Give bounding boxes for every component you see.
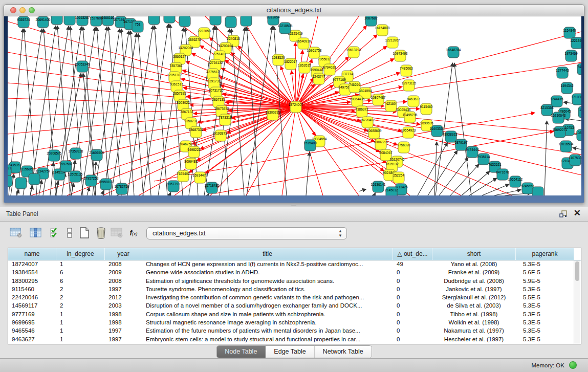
- table-row[interactable]: 1872400712008Changes of HCN gene express…: [8, 260, 581, 269]
- graph-node-label: 2084067: [379, 151, 393, 155]
- network-window-title: citations_edges.txt: [4, 6, 584, 14]
- column-header-year[interactable]: year: [105, 248, 142, 260]
- row-height-button[interactable]: [63, 226, 76, 239]
- graph-node-label: 18673933: [214, 107, 229, 111]
- tab-node-table[interactable]: Node Table: [216, 346, 266, 358]
- graph-edge: [306, 152, 310, 195]
- graph-node-label: 2751481: [213, 52, 226, 56]
- show-columns-button[interactable]: [29, 226, 42, 239]
- tab-edge-table[interactable]: Edge Table: [266, 346, 314, 358]
- cell-name: 9463627: [8, 336, 56, 344]
- graph-node-label: 9474444: [466, 148, 479, 151]
- graph-edge: [143, 24, 168, 195]
- graph-node[interactable]: [241, 16, 252, 26]
- graph-node-label: 10731735: [209, 89, 224, 92]
- table-row[interactable]: 977716911998Corpus callosum shape and si…: [8, 311, 581, 319]
- graph-edge: [70, 26, 83, 195]
- function-builder-button[interactable]: f(x): [127, 226, 140, 239]
- table-row[interactable]: 1830029562008Estimation of significance …: [8, 277, 581, 286]
- graph-node-label: 10653287: [75, 16, 90, 19]
- graph-node[interactable]: [164, 16, 175, 23]
- cell-out_de: 0: [393, 277, 432, 286]
- graph-node-label: 14200464: [219, 44, 233, 48]
- cell-out_de: 0: [393, 269, 432, 277]
- graph-edge: [295, 42, 296, 107]
- memory-ok-icon[interactable]: [569, 361, 577, 369]
- column-header-short[interactable]: short: [432, 248, 516, 260]
- graph-edge: [118, 194, 118, 195]
- table-scrollbar-track[interactable]: [574, 260, 580, 344]
- network-window: citations_edges.txt 18724007222305838952…: [4, 4, 584, 203]
- graph-node-label: 14202064: [179, 46, 193, 50]
- delete-column-button[interactable]: [94, 226, 107, 239]
- graph-node-label: 1527602: [90, 16, 103, 20]
- column-header-name[interactable]: name: [8, 248, 56, 260]
- graph-node-label: 7386372: [355, 107, 368, 111]
- column-header-in_degree[interactable]: in_degree: [56, 248, 105, 260]
- table-scrollbar-thumb[interactable]: [575, 261, 579, 281]
- table-settings-button[interactable]: [9, 226, 23, 239]
- float-window-icon[interactable]: [559, 210, 568, 218]
- graph-edge: [155, 26, 167, 195]
- graph-edge: [462, 171, 490, 195]
- combobox-stepper-icon: ▲▼: [338, 229, 342, 238]
- graph-node[interactable]: [51, 16, 62, 25]
- table-row[interactable]: 1938455462009Genome-wide association stu…: [8, 269, 581, 277]
- graph-node-label: 13505135: [68, 172, 83, 176]
- cell-pagerank: 5.6E-5: [516, 269, 574, 277]
- graph-node-label: 16782759: [115, 185, 129, 188]
- graph-node-label: 9115460: [420, 105, 433, 108]
- cell-title: Estimation of significance thresholds fo…: [142, 277, 393, 286]
- graph-node[interactable]: [532, 187, 543, 195]
- graph-edge: [428, 150, 458, 195]
- graph-node-label: 1154840: [563, 29, 576, 32]
- graph-node-label: 12754132: [208, 61, 223, 64]
- network-canvas[interactable]: 1872400722230583895278142020643860127785…: [8, 16, 581, 195]
- graph-node[interactable]: [225, 16, 236, 28]
- table-panel-title: Table Panel: [6, 210, 38, 217]
- graph-node[interactable]: [148, 16, 160, 25]
- table-row[interactable]: 946554611997Estimation of the future num…: [8, 327, 581, 335]
- graph-node-label: 19654923: [401, 128, 416, 132]
- graph-node-label: 3860127: [173, 55, 186, 58]
- column-header-out_de[interactable]: △ out_de...: [393, 248, 432, 260]
- network-window-titlebar[interactable]: citations_edges.txt: [4, 5, 584, 16]
- graph-node-label: 7485063: [400, 67, 413, 70]
- graph-node-label: 12051307: [167, 73, 182, 77]
- table-row[interactable]: 969969511998Structural magnetic resonanc…: [8, 319, 581, 327]
- graph-edge: [169, 192, 171, 195]
- table-row[interactable]: 1456911722003Disruption of a novel membe…: [8, 302, 581, 310]
- cell-out_de: 0: [393, 311, 432, 319]
- graph-node-label: 16958107: [99, 180, 114, 184]
- table-row[interactable]: 911546021997Tourette syndrome. Phenomeno…: [8, 286, 581, 294]
- graph-node[interactable]: [29, 173, 40, 185]
- graph-node[interactable]: [179, 16, 190, 27]
- graph-node-label: 9358731: [184, 119, 198, 123]
- select-columns-button[interactable]: [48, 226, 61, 239]
- table-tab-bar: Node TableEdge TableNetwork Table: [0, 345, 588, 358]
- cell-short: Hescheler et al. (1997): [432, 336, 516, 344]
- graph-node-label: 12342757: [36, 169, 51, 173]
- close-panel-icon[interactable]: ✕: [574, 208, 581, 218]
- network-table-selector[interactable]: citations_edges.txt ▲▼: [146, 227, 347, 239]
- graph-node[interactable]: [15, 178, 27, 189]
- graph-node[interactable]: [8, 176, 12, 187]
- graph-node-label: 9777169: [333, 78, 346, 81]
- cell-name: 18300295: [8, 277, 56, 286]
- cell-year: 2012: [105, 294, 142, 302]
- graph-node[interactable]: [210, 16, 221, 25]
- column-header-pagerank[interactable]: pagerank: [516, 248, 574, 260]
- panel-splitter[interactable]: [0, 203, 588, 207]
- graph-node-label: 9193873: [214, 132, 227, 135]
- graph-node[interactable]: [64, 16, 75, 25]
- graph-node-label: 15718485: [205, 184, 220, 187]
- table-row[interactable]: 2242004622012Investigating the contribut…: [8, 294, 581, 302]
- tab-network-table[interactable]: Network Table: [315, 346, 372, 358]
- create-column-button[interactable]: [78, 226, 91, 239]
- graph-node-label: 10973493: [393, 52, 408, 55]
- column-header-title[interactable]: title: [142, 248, 393, 260]
- splitter-grip[interactable]: [291, 204, 296, 206]
- graph-node-label: 1244415: [550, 97, 563, 101]
- graph-node-label: 16210643: [551, 114, 566, 117]
- table-row[interactable]: 946362711997Embryonic stem cells: a mode…: [8, 336, 581, 344]
